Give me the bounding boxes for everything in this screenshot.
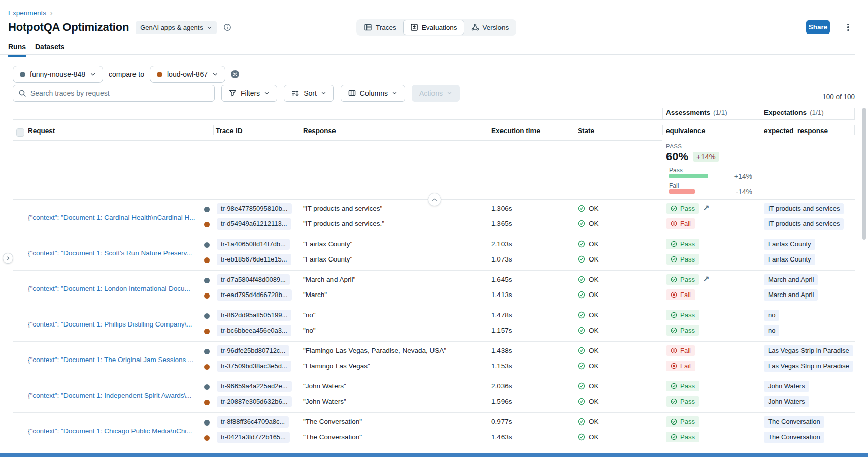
trace-id-chip[interactable]: tr-862dd95aff505199... xyxy=(217,310,291,321)
breadcrumb-experiments-link[interactable]: Experiments xyxy=(8,9,46,17)
columns-button[interactable]: Columns xyxy=(341,85,405,102)
pass-bar-label: Pass xyxy=(669,167,683,174)
assessment-badge[interactable]: Pass xyxy=(666,310,699,320)
check-circle-icon xyxy=(578,327,585,334)
compare-to-label: compare to xyxy=(109,70,144,78)
x-circle-icon xyxy=(671,291,677,298)
assessment-badge[interactable]: Fail xyxy=(666,218,695,229)
assessment-badge[interactable]: Pass xyxy=(666,239,699,249)
assessment-badge[interactable]: Pass xyxy=(666,203,699,214)
check-circle-icon xyxy=(578,398,585,405)
trace-row[interactable]: tr-96659a4a225ad2e... "John Waters" 2.03… xyxy=(13,380,855,394)
col-trace-id[interactable]: Trace ID xyxy=(216,127,243,135)
execution-time-cell: 1.596s xyxy=(491,398,512,405)
expected-response-chip: Fairfax County xyxy=(764,239,815,250)
share-button[interactable]: Share xyxy=(806,20,830,34)
run-a-dot xyxy=(204,349,210,354)
trace-id-chip[interactable]: tr-d54949a61212113... xyxy=(217,218,291,230)
table-row-group: {"context": "Document 1: Phillips Distil… xyxy=(13,306,855,342)
sort-button[interactable]: Sort xyxy=(284,85,334,102)
fail-bar xyxy=(669,189,695,194)
tab-evaluations[interactable]: Evaluations xyxy=(403,20,464,35)
trace-id-chip[interactable]: tr-ead795d4d66728b... xyxy=(217,289,292,301)
trace-row[interactable]: tr-bc6bbeea456e0a3... "no" 1.157s OK Pas… xyxy=(13,324,855,338)
filters-button[interactable]: Filters xyxy=(221,85,277,102)
trace-row[interactable]: tr-1a406508d14f7db... "Fairfax County" 2… xyxy=(13,238,855,251)
expected-response-chip: no xyxy=(764,310,779,321)
check-circle-icon xyxy=(578,418,585,426)
trace-row[interactable]: tr-d7a5804f48d0089... "March and April" … xyxy=(13,274,855,287)
vertical-scrollbar[interactable] xyxy=(862,108,866,240)
trace-id-chip[interactable]: tr-0421a3fd772b165... xyxy=(217,432,290,443)
info-icon[interactable] xyxy=(223,23,231,31)
trace-row[interactable]: tr-d54949a61212113... "IT products and s… xyxy=(13,218,855,231)
assessment-badge[interactable]: Fail xyxy=(666,361,695,371)
col-state[interactable]: State xyxy=(578,127,594,135)
trace-id-chip[interactable]: tr-bc6bbeea456e0a3... xyxy=(217,325,291,336)
trace-row[interactable]: tr-96dfe25bd80712c... "Flamingo Las Vega… xyxy=(13,345,855,358)
bottom-accent-bar xyxy=(0,453,868,457)
category-badge-dropdown[interactable]: GenAI apps & agents xyxy=(136,21,217,34)
assessment-badge[interactable]: Pass xyxy=(666,416,699,427)
select-all-checkbox[interactable] xyxy=(16,128,24,137)
trace-id-chip[interactable]: tr-20887e305d632b6... xyxy=(217,396,292,407)
overflow-menu-icon[interactable] xyxy=(844,22,852,33)
col-expected-response[interactable]: expected_response xyxy=(764,127,828,135)
trace-id-chip[interactable]: tr-96659a4a225ad2e... xyxy=(217,381,292,392)
collapse-summary-button[interactable] xyxy=(428,193,441,206)
trace-id-chip[interactable]: tr-d7a5804f48d0089... xyxy=(217,274,290,285)
trace-id-chip[interactable]: tr-8f88ff36c4709a8c... xyxy=(217,416,289,428)
open-trace-arrow[interactable]: ↗ xyxy=(703,203,710,212)
tab-traces[interactable]: Traces xyxy=(357,20,403,35)
chevron-down-icon xyxy=(321,90,326,96)
state-cell: OK xyxy=(578,347,599,354)
trace-id-chip[interactable]: tr-96dfe25bd80712c... xyxy=(217,345,289,356)
pass-delta: +14% xyxy=(724,172,752,180)
trace-row[interactable]: tr-37509bd38ac3e5d... "Flamingo Las Vega… xyxy=(13,360,855,373)
trace-row[interactable]: tr-862dd95aff505199... "no" 1.478s OK Pa… xyxy=(13,309,855,322)
fail-delta: -14% xyxy=(724,188,752,196)
col-equivalence[interactable]: equivalence xyxy=(666,127,705,135)
run-b-name: loud-owl-867 xyxy=(167,70,208,78)
col-request[interactable]: Request xyxy=(28,127,55,135)
trace-id-chip[interactable]: tr-37509bd38ac3e5d... xyxy=(217,361,291,372)
check-circle-icon xyxy=(671,383,677,389)
trace-row[interactable]: tr-ead795d4d66728b... "March" 1.413s OK … xyxy=(13,289,855,302)
columns-icon xyxy=(348,89,356,97)
trace-row[interactable]: tr-0421a3fd772b165... "The Conversation"… xyxy=(13,431,855,444)
tab-versions[interactable]: Versions xyxy=(464,20,516,35)
trace-row[interactable]: tr-eb185676de11e15... "Fairfax County" 1… xyxy=(13,253,855,267)
x-circle-icon xyxy=(671,347,677,354)
trace-row[interactable]: tr-20887e305d632b6... "John Waters" 1.59… xyxy=(13,396,855,409)
search-input[interactable] xyxy=(30,89,209,97)
assessment-badge[interactable]: Pass xyxy=(666,254,699,265)
assessment-badge[interactable]: Pass xyxy=(666,274,699,285)
execution-time-cell: 1.153s xyxy=(491,362,512,370)
col-response[interactable]: Response xyxy=(303,127,336,135)
assessment-badge[interactable]: Pass xyxy=(666,325,699,336)
assessment-badge[interactable]: Pass xyxy=(666,381,699,391)
expected-response-chip: March and April xyxy=(764,274,818,285)
clear-compare-icon[interactable] xyxy=(231,70,239,78)
x-circle-icon xyxy=(671,220,677,227)
trace-row[interactable]: tr-8f88ff36c4709a8c... "The Conversation… xyxy=(13,416,855,429)
col-execution-time[interactable]: Execution time xyxy=(491,127,540,135)
assessment-badge[interactable]: Fail xyxy=(666,289,695,300)
run-a-dot xyxy=(204,420,210,426)
run-a-dot xyxy=(204,384,210,390)
trace-id-chip[interactable]: tr-eb185676de11e15... xyxy=(217,254,291,265)
trace-id-chip[interactable]: tr-1a406508d14f7db... xyxy=(217,239,290,250)
run-a-selector[interactable]: funny-mouse-848 xyxy=(13,66,103,83)
expand-panel-button[interactable] xyxy=(3,253,13,264)
assessment-badge[interactable]: Pass xyxy=(666,396,699,407)
trace-id-chip[interactable]: tr-98e47785095810b... xyxy=(217,203,292,214)
run-b-selector[interactable]: loud-owl-867 xyxy=(150,66,225,83)
assessment-badge[interactable]: Fail xyxy=(666,345,695,356)
columns-label: Columns xyxy=(360,89,388,97)
open-trace-arrow[interactable]: ↗ xyxy=(703,274,710,283)
assessment-badge[interactable]: Pass xyxy=(666,432,699,442)
chevron-down-icon xyxy=(90,71,96,77)
column-header-row: Request Trace ID Response Execution time… xyxy=(13,120,855,140)
expected-response-chip: Las Vegas Strip in Paradise xyxy=(764,361,853,372)
search-icon xyxy=(18,89,26,97)
